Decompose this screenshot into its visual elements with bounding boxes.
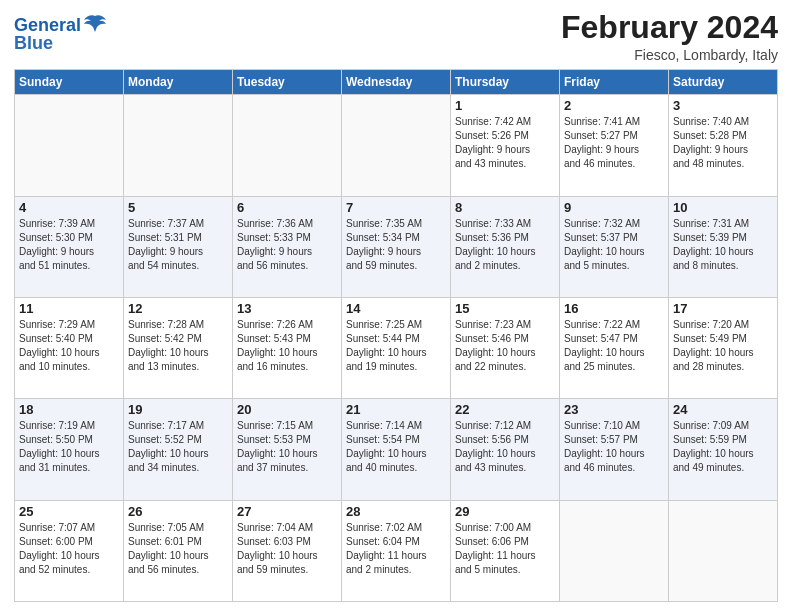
- calendar-cell: 4Sunrise: 7:39 AM Sunset: 5:30 PM Daylig…: [15, 196, 124, 297]
- calendar-week-row: 25Sunrise: 7:07 AM Sunset: 6:00 PM Dayli…: [15, 500, 778, 601]
- logo-bird-icon: [82, 14, 108, 36]
- calendar-cell: [124, 95, 233, 196]
- day-number: 5: [128, 200, 228, 215]
- day-number: 12: [128, 301, 228, 316]
- calendar-cell: 20Sunrise: 7:15 AM Sunset: 5:53 PM Dayli…: [233, 399, 342, 500]
- day-info: Sunrise: 7:19 AM Sunset: 5:50 PM Dayligh…: [19, 419, 119, 475]
- day-info: Sunrise: 7:00 AM Sunset: 6:06 PM Dayligh…: [455, 521, 555, 577]
- day-info: Sunrise: 7:04 AM Sunset: 6:03 PM Dayligh…: [237, 521, 337, 577]
- calendar-week-row: 18Sunrise: 7:19 AM Sunset: 5:50 PM Dayli…: [15, 399, 778, 500]
- logo: General Blue: [14, 14, 108, 52]
- day-info: Sunrise: 7:02 AM Sunset: 6:04 PM Dayligh…: [346, 521, 446, 577]
- calendar-cell: 26Sunrise: 7:05 AM Sunset: 6:01 PM Dayli…: [124, 500, 233, 601]
- main-title: February 2024: [561, 10, 778, 45]
- day-number: 18: [19, 402, 119, 417]
- day-info: Sunrise: 7:14 AM Sunset: 5:54 PM Dayligh…: [346, 419, 446, 475]
- day-info: Sunrise: 7:28 AM Sunset: 5:42 PM Dayligh…: [128, 318, 228, 374]
- calendar-cell: 15Sunrise: 7:23 AM Sunset: 5:46 PM Dayli…: [451, 297, 560, 398]
- weekday-header-sunday: Sunday: [15, 70, 124, 95]
- day-info: Sunrise: 7:33 AM Sunset: 5:36 PM Dayligh…: [455, 217, 555, 273]
- calendar-cell: 13Sunrise: 7:26 AM Sunset: 5:43 PM Dayli…: [233, 297, 342, 398]
- day-number: 11: [19, 301, 119, 316]
- weekday-header-friday: Friday: [560, 70, 669, 95]
- day-number: 25: [19, 504, 119, 519]
- calendar-cell: 23Sunrise: 7:10 AM Sunset: 5:57 PM Dayli…: [560, 399, 669, 500]
- logo-text-general: General: [14, 16, 81, 34]
- day-number: 23: [564, 402, 664, 417]
- calendar-cell: 3Sunrise: 7:40 AM Sunset: 5:28 PM Daylig…: [669, 95, 778, 196]
- day-info: Sunrise: 7:37 AM Sunset: 5:31 PM Dayligh…: [128, 217, 228, 273]
- day-number: 8: [455, 200, 555, 215]
- day-info: Sunrise: 7:29 AM Sunset: 5:40 PM Dayligh…: [19, 318, 119, 374]
- day-info: Sunrise: 7:36 AM Sunset: 5:33 PM Dayligh…: [237, 217, 337, 273]
- day-number: 13: [237, 301, 337, 316]
- calendar-cell: [233, 95, 342, 196]
- calendar-cell: 22Sunrise: 7:12 AM Sunset: 5:56 PM Dayli…: [451, 399, 560, 500]
- day-info: Sunrise: 7:25 AM Sunset: 5:44 PM Dayligh…: [346, 318, 446, 374]
- day-info: Sunrise: 7:40 AM Sunset: 5:28 PM Dayligh…: [673, 115, 773, 171]
- calendar-cell: [669, 500, 778, 601]
- subtitle: Fiesco, Lombardy, Italy: [561, 47, 778, 63]
- calendar-cell: 24Sunrise: 7:09 AM Sunset: 5:59 PM Dayli…: [669, 399, 778, 500]
- calendar-header-row: SundayMondayTuesdayWednesdayThursdayFrid…: [15, 70, 778, 95]
- day-info: Sunrise: 7:17 AM Sunset: 5:52 PM Dayligh…: [128, 419, 228, 475]
- calendar-week-row: 11Sunrise: 7:29 AM Sunset: 5:40 PM Dayli…: [15, 297, 778, 398]
- logo-text-blue: Blue: [14, 34, 53, 52]
- weekday-header-monday: Monday: [124, 70, 233, 95]
- calendar-cell: [15, 95, 124, 196]
- day-info: Sunrise: 7:26 AM Sunset: 5:43 PM Dayligh…: [237, 318, 337, 374]
- calendar-cell: 18Sunrise: 7:19 AM Sunset: 5:50 PM Dayli…: [15, 399, 124, 500]
- calendar-cell: 17Sunrise: 7:20 AM Sunset: 5:49 PM Dayli…: [669, 297, 778, 398]
- day-info: Sunrise: 7:41 AM Sunset: 5:27 PM Dayligh…: [564, 115, 664, 171]
- day-number: 9: [564, 200, 664, 215]
- day-info: Sunrise: 7:39 AM Sunset: 5:30 PM Dayligh…: [19, 217, 119, 273]
- calendar-cell: 9Sunrise: 7:32 AM Sunset: 5:37 PM Daylig…: [560, 196, 669, 297]
- day-info: Sunrise: 7:12 AM Sunset: 5:56 PM Dayligh…: [455, 419, 555, 475]
- day-info: Sunrise: 7:20 AM Sunset: 5:49 PM Dayligh…: [673, 318, 773, 374]
- day-number: 7: [346, 200, 446, 215]
- calendar-cell: 5Sunrise: 7:37 AM Sunset: 5:31 PM Daylig…: [124, 196, 233, 297]
- day-info: Sunrise: 7:31 AM Sunset: 5:39 PM Dayligh…: [673, 217, 773, 273]
- weekday-header-wednesday: Wednesday: [342, 70, 451, 95]
- day-number: 21: [346, 402, 446, 417]
- calendar-cell: [560, 500, 669, 601]
- calendar-cell: 2Sunrise: 7:41 AM Sunset: 5:27 PM Daylig…: [560, 95, 669, 196]
- day-number: 26: [128, 504, 228, 519]
- weekday-header-tuesday: Tuesday: [233, 70, 342, 95]
- calendar-cell: 25Sunrise: 7:07 AM Sunset: 6:00 PM Dayli…: [15, 500, 124, 601]
- calendar-cell: 28Sunrise: 7:02 AM Sunset: 6:04 PM Dayli…: [342, 500, 451, 601]
- day-number: 10: [673, 200, 773, 215]
- day-number: 27: [237, 504, 337, 519]
- calendar-cell: 19Sunrise: 7:17 AM Sunset: 5:52 PM Dayli…: [124, 399, 233, 500]
- day-number: 29: [455, 504, 555, 519]
- header: General Blue February 2024 Fiesco, Lomba…: [14, 10, 778, 63]
- title-block: February 2024 Fiesco, Lombardy, Italy: [561, 10, 778, 63]
- calendar-cell: 12Sunrise: 7:28 AM Sunset: 5:42 PM Dayli…: [124, 297, 233, 398]
- weekday-header-thursday: Thursday: [451, 70, 560, 95]
- day-info: Sunrise: 7:05 AM Sunset: 6:01 PM Dayligh…: [128, 521, 228, 577]
- calendar-cell: 1Sunrise: 7:42 AM Sunset: 5:26 PM Daylig…: [451, 95, 560, 196]
- day-number: 14: [346, 301, 446, 316]
- day-number: 20: [237, 402, 337, 417]
- day-number: 22: [455, 402, 555, 417]
- day-number: 24: [673, 402, 773, 417]
- calendar-cell: 8Sunrise: 7:33 AM Sunset: 5:36 PM Daylig…: [451, 196, 560, 297]
- day-info: Sunrise: 7:10 AM Sunset: 5:57 PM Dayligh…: [564, 419, 664, 475]
- day-info: Sunrise: 7:32 AM Sunset: 5:37 PM Dayligh…: [564, 217, 664, 273]
- day-number: 1: [455, 98, 555, 113]
- day-info: Sunrise: 7:07 AM Sunset: 6:00 PM Dayligh…: [19, 521, 119, 577]
- day-info: Sunrise: 7:35 AM Sunset: 5:34 PM Dayligh…: [346, 217, 446, 273]
- day-number: 17: [673, 301, 773, 316]
- page: General Blue February 2024 Fiesco, Lomba…: [0, 0, 792, 612]
- day-number: 19: [128, 402, 228, 417]
- day-info: Sunrise: 7:42 AM Sunset: 5:26 PM Dayligh…: [455, 115, 555, 171]
- day-number: 4: [19, 200, 119, 215]
- day-number: 6: [237, 200, 337, 215]
- calendar-week-row: 4Sunrise: 7:39 AM Sunset: 5:30 PM Daylig…: [15, 196, 778, 297]
- calendar-cell: 7Sunrise: 7:35 AM Sunset: 5:34 PM Daylig…: [342, 196, 451, 297]
- day-number: 28: [346, 504, 446, 519]
- calendar-cell: 10Sunrise: 7:31 AM Sunset: 5:39 PM Dayli…: [669, 196, 778, 297]
- day-number: 2: [564, 98, 664, 113]
- day-info: Sunrise: 7:22 AM Sunset: 5:47 PM Dayligh…: [564, 318, 664, 374]
- day-info: Sunrise: 7:23 AM Sunset: 5:46 PM Dayligh…: [455, 318, 555, 374]
